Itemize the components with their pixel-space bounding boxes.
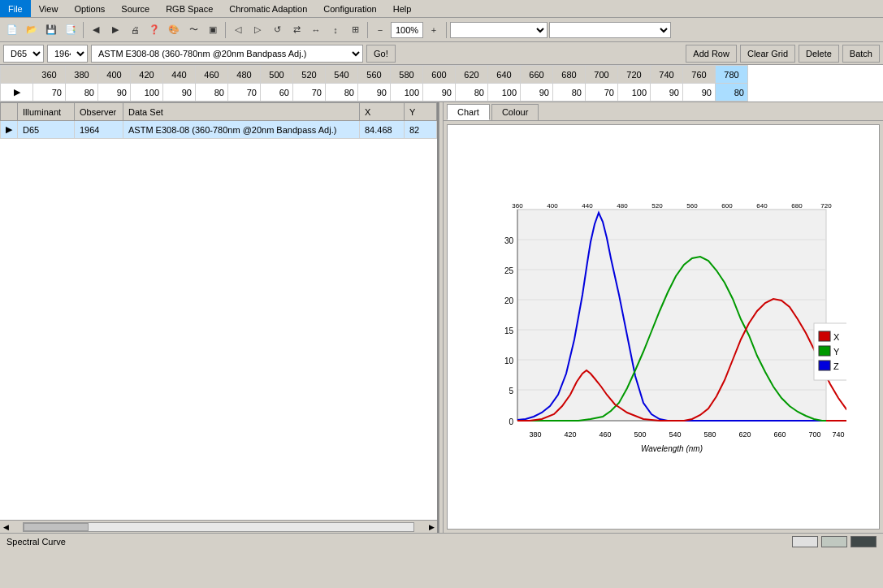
scroll-thumb[interactable] [24, 523, 89, 531]
zoom-input[interactable]: 100% [391, 22, 423, 38]
x-top-600: 600 [721, 202, 733, 210]
scroll-right-btn[interactable]: ▶ [426, 523, 437, 531]
preset-dropdown[interactable] [549, 22, 671, 38]
row-x: 84.468 [360, 121, 405, 139]
val-600[interactable]: 90 [423, 84, 456, 102]
color-button[interactable]: 🎨 [165, 21, 183, 39]
add-row-button[interactable]: Add Row [686, 45, 737, 63]
arrows-button[interactable]: ↕ [327, 21, 344, 39]
val-580[interactable]: 100 [391, 84, 423, 102]
right-panel: Chart Colour 0 5 10 15 [444, 102, 883, 533]
val-700[interactable]: 70 [586, 84, 618, 102]
val-720[interactable]: 100 [618, 84, 651, 102]
go-button[interactable]: Go! [366, 45, 396, 63]
save-as-button[interactable]: 📑 [62, 21, 80, 39]
batch-button[interactable]: Batch [842, 45, 880, 63]
print-button[interactable]: 🖨 [126, 21, 144, 39]
x-top-560: 560 [686, 202, 698, 210]
curve-button[interactable]: 〜 [184, 21, 202, 39]
val-480[interactable]: 70 [228, 84, 261, 102]
rect-button[interactable]: ▣ [204, 21, 222, 39]
menu-file[interactable]: File [0, 0, 31, 17]
val-760[interactable]: 90 [683, 84, 716, 102]
y-label-25: 25 [504, 266, 513, 275]
row-dataset: ASTM E308-08 (360-780nm @20nm Bandpass A… [123, 121, 360, 139]
val-640[interactable]: 100 [488, 84, 521, 102]
menu-help[interactable]: Help [385, 0, 420, 17]
val-460[interactable]: 80 [196, 84, 228, 102]
menu-chromatic[interactable]: Chromatic Adaption [221, 0, 315, 17]
table-row[interactable]: ▶ D65 1964 ASTM E308-08 (360-780nm @20nm… [1, 121, 437, 139]
dataset-select[interactable]: ASTM E308-08 (360-780nm @20nm Bandpass A… [91, 45, 363, 63]
rect-icon: ▣ [209, 24, 217, 35]
val-680[interactable]: 80 [553, 84, 586, 102]
back-button[interactable]: ◁ [229, 21, 247, 39]
col-header-arrow [1, 103, 18, 121]
menu-view[interactable]: View [31, 0, 67, 17]
zoom-out-button[interactable]: − [371, 21, 389, 39]
menu-configuration[interactable]: Configuration [315, 0, 384, 17]
prev-icon: ◀ [93, 24, 99, 35]
sep3 [367, 22, 368, 38]
arrows-icon: ↕ [333, 25, 338, 35]
open-icon: 📂 [26, 24, 37, 35]
open-button[interactable]: 📂 [23, 21, 41, 39]
observer-select[interactable]: 1964 [47, 45, 88, 63]
x-bot-740: 740 [832, 430, 844, 439]
scroll-left-btn[interactable]: ◀ [0, 523, 11, 531]
new-button[interactable]: 📄 [3, 21, 21, 39]
x-bot-620: 620 [738, 430, 751, 439]
grid-button[interactable]: ⊞ [346, 21, 364, 39]
menu-options[interactable]: Options [66, 0, 113, 17]
legend-x-color [819, 331, 830, 341]
tab-chart[interactable]: Chart [447, 104, 490, 120]
val-400[interactable]: 90 [98, 84, 131, 102]
val-380[interactable]: 80 [66, 84, 98, 102]
x-top-520: 520 [651, 202, 663, 210]
row-observer: 1964 [75, 121, 123, 139]
val-740[interactable]: 90 [651, 84, 683, 102]
x-bot-500: 500 [634, 430, 646, 439]
menu-rgb-space[interactable]: RGB Space [158, 0, 221, 17]
col-header-dataset: Data Set [123, 103, 360, 121]
clear-grid-button[interactable]: Clear Grid [740, 45, 795, 63]
val-420[interactable]: 100 [131, 84, 163, 102]
scroll-track[interactable] [23, 522, 414, 532]
save-button[interactable]: 💾 [42, 21, 60, 39]
help-button[interactable]: ❓ [145, 21, 163, 39]
spectrum-data-row: ▶ 70 80 90 100 90 80 70 60 70 80 90 100 … [1, 84, 748, 102]
val-500[interactable]: 60 [261, 84, 293, 102]
row-illuminant: D65 [18, 121, 75, 139]
tab-colour[interactable]: Colour [491, 104, 539, 120]
x-top-680: 680 [791, 202, 803, 210]
expand-button[interactable]: ↔ [307, 21, 325, 39]
header-560: 560 [358, 66, 391, 84]
illuminant-select[interactable]: D65 [3, 45, 44, 63]
header-580: 580 [391, 66, 423, 84]
next-button[interactable]: ▶ [106, 21, 124, 39]
val-560[interactable]: 90 [358, 84, 391, 102]
val-520[interactable]: 70 [293, 84, 326, 102]
menu-source[interactable]: Source [113, 0, 158, 17]
col-header-illuminant: Illuminant [18, 103, 75, 121]
header-660: 660 [521, 66, 553, 84]
val-540[interactable]: 80 [326, 84, 358, 102]
x-bot-420: 420 [564, 430, 576, 439]
zoom-in-button[interactable]: + [425, 21, 443, 39]
val-660[interactable]: 90 [521, 84, 553, 102]
forward-button[interactable]: ▷ [249, 21, 266, 39]
profile-dropdown[interactable] [450, 22, 548, 38]
val-440[interactable]: 90 [163, 84, 196, 102]
refresh-button[interactable]: ↺ [268, 21, 286, 39]
val-780[interactable]: 80 [716, 84, 748, 102]
prev-button[interactable]: ◀ [87, 21, 105, 39]
swatch-bar [792, 536, 877, 547]
x-bot-540: 540 [669, 430, 681, 439]
delete-button[interactable]: Delete [799, 45, 839, 63]
val-620[interactable]: 80 [456, 84, 488, 102]
sep4 [446, 22, 447, 38]
val-360[interactable]: 70 [33, 84, 66, 102]
bottom-scrollbar[interactable]: ◀ ▶ [0, 520, 437, 533]
sync-button[interactable]: ⇄ [288, 21, 305, 39]
header-460: 460 [196, 66, 228, 84]
